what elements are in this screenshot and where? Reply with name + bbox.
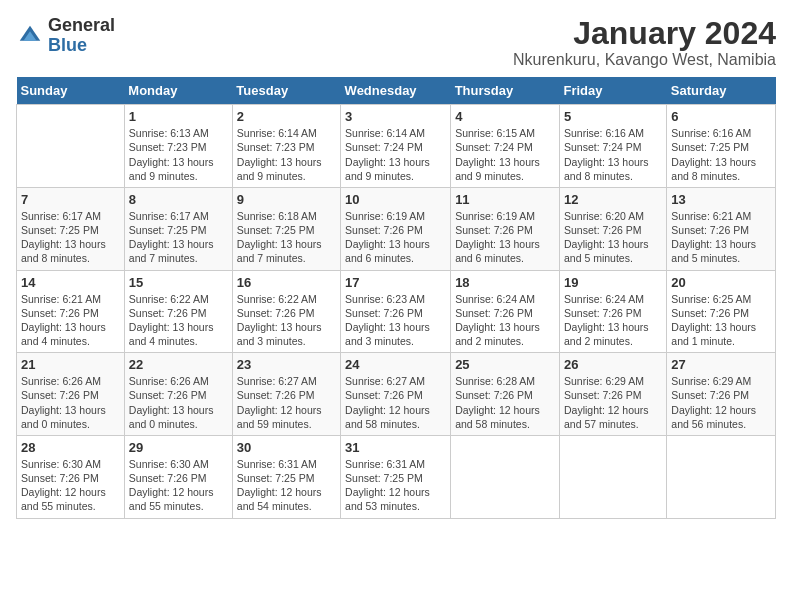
day-info: Sunrise: 6:26 AMSunset: 7:26 PMDaylight:…	[21, 374, 120, 431]
calendar-cell: 28Sunrise: 6:30 AMSunset: 7:26 PMDayligh…	[17, 435, 125, 518]
day-number: 6	[671, 109, 771, 124]
day-info: Sunrise: 6:19 AMSunset: 7:26 PMDaylight:…	[455, 209, 555, 266]
calendar-cell: 17Sunrise: 6:23 AMSunset: 7:26 PMDayligh…	[341, 270, 451, 353]
calendar-cell: 4Sunrise: 6:15 AMSunset: 7:24 PMDaylight…	[451, 105, 560, 188]
weekday-header-saturday: Saturday	[667, 77, 776, 105]
calendar-cell: 25Sunrise: 6:28 AMSunset: 7:26 PMDayligh…	[451, 353, 560, 436]
calendar-cell: 19Sunrise: 6:24 AMSunset: 7:26 PMDayligh…	[559, 270, 666, 353]
day-info: Sunrise: 6:16 AMSunset: 7:25 PMDaylight:…	[671, 126, 771, 183]
calendar-cell: 2Sunrise: 6:14 AMSunset: 7:23 PMDaylight…	[232, 105, 340, 188]
calendar-cell: 18Sunrise: 6:24 AMSunset: 7:26 PMDayligh…	[451, 270, 560, 353]
day-number: 3	[345, 109, 446, 124]
calendar-cell	[559, 435, 666, 518]
day-info: Sunrise: 6:29 AMSunset: 7:26 PMDaylight:…	[564, 374, 662, 431]
day-info: Sunrise: 6:26 AMSunset: 7:26 PMDaylight:…	[129, 374, 228, 431]
calendar-cell: 6Sunrise: 6:16 AMSunset: 7:25 PMDaylight…	[667, 105, 776, 188]
calendar-cell: 24Sunrise: 6:27 AMSunset: 7:26 PMDayligh…	[341, 353, 451, 436]
day-info: Sunrise: 6:25 AMSunset: 7:26 PMDaylight:…	[671, 292, 771, 349]
calendar-cell: 9Sunrise: 6:18 AMSunset: 7:25 PMDaylight…	[232, 187, 340, 270]
calendar-week-row: 1Sunrise: 6:13 AMSunset: 7:23 PMDaylight…	[17, 105, 776, 188]
calendar-cell: 30Sunrise: 6:31 AMSunset: 7:25 PMDayligh…	[232, 435, 340, 518]
logo: General Blue	[16, 16, 115, 56]
calendar-cell: 8Sunrise: 6:17 AMSunset: 7:25 PMDaylight…	[124, 187, 232, 270]
day-info: Sunrise: 6:29 AMSunset: 7:26 PMDaylight:…	[671, 374, 771, 431]
logo-general: General	[48, 15, 115, 35]
day-info: Sunrise: 6:28 AMSunset: 7:26 PMDaylight:…	[455, 374, 555, 431]
day-info: Sunrise: 6:23 AMSunset: 7:26 PMDaylight:…	[345, 292, 446, 349]
day-info: Sunrise: 6:21 AMSunset: 7:26 PMDaylight:…	[21, 292, 120, 349]
calendar-cell: 26Sunrise: 6:29 AMSunset: 7:26 PMDayligh…	[559, 353, 666, 436]
day-info: Sunrise: 6:21 AMSunset: 7:26 PMDaylight:…	[671, 209, 771, 266]
day-number: 24	[345, 357, 446, 372]
day-number: 2	[237, 109, 336, 124]
calendar-cell: 14Sunrise: 6:21 AMSunset: 7:26 PMDayligh…	[17, 270, 125, 353]
day-info: Sunrise: 6:30 AMSunset: 7:26 PMDaylight:…	[21, 457, 120, 514]
day-info: Sunrise: 6:16 AMSunset: 7:24 PMDaylight:…	[564, 126, 662, 183]
calendar-cell: 20Sunrise: 6:25 AMSunset: 7:26 PMDayligh…	[667, 270, 776, 353]
day-number: 10	[345, 192, 446, 207]
day-info: Sunrise: 6:19 AMSunset: 7:26 PMDaylight:…	[345, 209, 446, 266]
day-number: 30	[237, 440, 336, 455]
calendar-cell: 13Sunrise: 6:21 AMSunset: 7:26 PMDayligh…	[667, 187, 776, 270]
day-number: 19	[564, 275, 662, 290]
day-info: Sunrise: 6:27 AMSunset: 7:26 PMDaylight:…	[237, 374, 336, 431]
day-number: 11	[455, 192, 555, 207]
weekday-header-row: SundayMondayTuesdayWednesdayThursdayFrid…	[17, 77, 776, 105]
day-info: Sunrise: 6:17 AMSunset: 7:25 PMDaylight:…	[21, 209, 120, 266]
day-number: 15	[129, 275, 228, 290]
calendar-cell: 11Sunrise: 6:19 AMSunset: 7:26 PMDayligh…	[451, 187, 560, 270]
calendar-week-row: 14Sunrise: 6:21 AMSunset: 7:26 PMDayligh…	[17, 270, 776, 353]
day-number: 18	[455, 275, 555, 290]
day-info: Sunrise: 6:24 AMSunset: 7:26 PMDaylight:…	[455, 292, 555, 349]
calendar-cell	[17, 105, 125, 188]
page-subtitle: Nkurenkuru, Kavango West, Namibia	[513, 51, 776, 69]
day-number: 5	[564, 109, 662, 124]
calendar-cell: 21Sunrise: 6:26 AMSunset: 7:26 PMDayligh…	[17, 353, 125, 436]
day-info: Sunrise: 6:30 AMSunset: 7:26 PMDaylight:…	[129, 457, 228, 514]
calendar-table: SundayMondayTuesdayWednesdayThursdayFrid…	[16, 77, 776, 518]
calendar-cell: 5Sunrise: 6:16 AMSunset: 7:24 PMDaylight…	[559, 105, 666, 188]
day-info: Sunrise: 6:22 AMSunset: 7:26 PMDaylight:…	[237, 292, 336, 349]
day-number: 31	[345, 440, 446, 455]
day-number: 29	[129, 440, 228, 455]
day-number: 25	[455, 357, 555, 372]
day-number: 13	[671, 192, 771, 207]
day-info: Sunrise: 6:20 AMSunset: 7:26 PMDaylight:…	[564, 209, 662, 266]
day-info: Sunrise: 6:14 AMSunset: 7:23 PMDaylight:…	[237, 126, 336, 183]
day-number: 21	[21, 357, 120, 372]
day-number: 28	[21, 440, 120, 455]
calendar-cell: 27Sunrise: 6:29 AMSunset: 7:26 PMDayligh…	[667, 353, 776, 436]
calendar-cell: 10Sunrise: 6:19 AMSunset: 7:26 PMDayligh…	[341, 187, 451, 270]
day-number: 26	[564, 357, 662, 372]
calendar-cell: 23Sunrise: 6:27 AMSunset: 7:26 PMDayligh…	[232, 353, 340, 436]
calendar-cell: 15Sunrise: 6:22 AMSunset: 7:26 PMDayligh…	[124, 270, 232, 353]
day-info: Sunrise: 6:14 AMSunset: 7:24 PMDaylight:…	[345, 126, 446, 183]
day-info: Sunrise: 6:24 AMSunset: 7:26 PMDaylight:…	[564, 292, 662, 349]
page-title: January 2024	[513, 16, 776, 51]
calendar-week-row: 21Sunrise: 6:26 AMSunset: 7:26 PMDayligh…	[17, 353, 776, 436]
day-number: 8	[129, 192, 228, 207]
day-info: Sunrise: 6:31 AMSunset: 7:25 PMDaylight:…	[237, 457, 336, 514]
logo-icon	[16, 22, 44, 50]
calendar-cell	[667, 435, 776, 518]
day-info: Sunrise: 6:13 AMSunset: 7:23 PMDaylight:…	[129, 126, 228, 183]
calendar-cell: 22Sunrise: 6:26 AMSunset: 7:26 PMDayligh…	[124, 353, 232, 436]
title-block: January 2024 Nkurenkuru, Kavango West, N…	[513, 16, 776, 69]
weekday-header-sunday: Sunday	[17, 77, 125, 105]
weekday-header-thursday: Thursday	[451, 77, 560, 105]
logo-blue: Blue	[48, 35, 87, 55]
day-number: 17	[345, 275, 446, 290]
page-header: General Blue January 2024 Nkurenkuru, Ka…	[16, 16, 776, 69]
calendar-cell: 31Sunrise: 6:31 AMSunset: 7:25 PMDayligh…	[341, 435, 451, 518]
day-number: 14	[21, 275, 120, 290]
calendar-week-row: 28Sunrise: 6:30 AMSunset: 7:26 PMDayligh…	[17, 435, 776, 518]
calendar-cell: 7Sunrise: 6:17 AMSunset: 7:25 PMDaylight…	[17, 187, 125, 270]
calendar-cell: 29Sunrise: 6:30 AMSunset: 7:26 PMDayligh…	[124, 435, 232, 518]
day-info: Sunrise: 6:18 AMSunset: 7:25 PMDaylight:…	[237, 209, 336, 266]
day-info: Sunrise: 6:17 AMSunset: 7:25 PMDaylight:…	[129, 209, 228, 266]
day-number: 27	[671, 357, 771, 372]
weekday-header-tuesday: Tuesday	[232, 77, 340, 105]
day-info: Sunrise: 6:22 AMSunset: 7:26 PMDaylight:…	[129, 292, 228, 349]
day-info: Sunrise: 6:27 AMSunset: 7:26 PMDaylight:…	[345, 374, 446, 431]
day-info: Sunrise: 6:15 AMSunset: 7:24 PMDaylight:…	[455, 126, 555, 183]
